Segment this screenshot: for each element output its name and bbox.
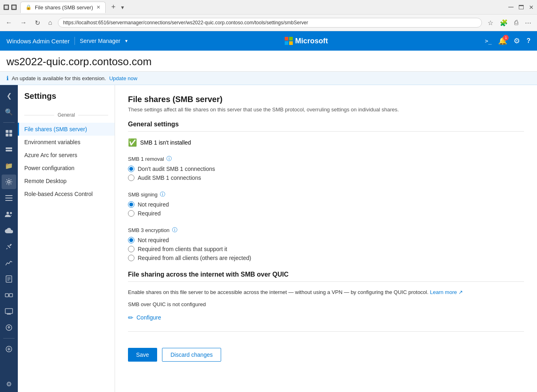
header-divider bbox=[75, 37, 75, 45]
tab-dropdown-button[interactable]: ▾ bbox=[121, 4, 124, 11]
discard-changes-button[interactable]: Discard changes bbox=[162, 348, 221, 362]
home-button[interactable]: ⌂ bbox=[46, 17, 55, 28]
smb1-audit-radio[interactable] bbox=[128, 175, 134, 181]
product-name[interactable]: Windows Admin Center bbox=[6, 38, 70, 45]
svg-rect-1 bbox=[9, 130, 12, 133]
minimize-button[interactable]: ─ bbox=[508, 3, 514, 11]
new-tab-button[interactable]: + bbox=[109, 3, 118, 11]
smb-signing-info-icon[interactable]: ⓘ bbox=[160, 191, 165, 198]
extensions-button[interactable]: 🧩 bbox=[497, 17, 510, 28]
refresh-button[interactable]: ↻ bbox=[32, 17, 43, 28]
update-icon-button[interactable] bbox=[2, 320, 16, 335]
smb1-removal-group: SMB 1 removal ⓘ Don't audit SMB 1 connec… bbox=[128, 155, 524, 181]
more-button[interactable]: ⋯ bbox=[522, 17, 534, 28]
update-now-link[interactable]: Update now bbox=[109, 75, 137, 81]
svg-rect-8 bbox=[5, 198, 13, 198]
cloud-icon-button[interactable] bbox=[2, 223, 16, 238]
signing-not-required-label[interactable]: Not required bbox=[138, 201, 169, 208]
nav-item-env-variables[interactable]: Environment variables bbox=[18, 136, 115, 149]
svg-rect-5 bbox=[6, 150, 12, 151]
extension-icon-button[interactable] bbox=[2, 288, 16, 303]
main-content: File shares (SMB server) These settings … bbox=[115, 85, 537, 392]
smb3-encryption-label: SMB 3 encryption ⓘ bbox=[128, 226, 524, 234]
signing-not-required-radio[interactable] bbox=[128, 201, 134, 208]
users-icon-button[interactable] bbox=[2, 207, 16, 222]
back-button[interactable]: ← bbox=[3, 17, 15, 28]
collapse-sidebar-button[interactable]: ❮ bbox=[2, 88, 16, 103]
browser-navbar: ← → ↻ ⌂ https://localhost:6516/serverman… bbox=[0, 15, 537, 31]
smb1-no-audit-label[interactable]: Don't audit SMB 1 connections bbox=[138, 166, 215, 172]
browser-titlebar: 🔲 🔲 🔒 File shares (SMB server) ✕ + ▾ ─ 🗖… bbox=[0, 0, 537, 15]
sidebar-divider-1 bbox=[3, 122, 15, 123]
close-button[interactable]: ✕ bbox=[529, 4, 534, 11]
help-button[interactable]: ? bbox=[526, 37, 531, 45]
enc-clients-support-radio[interactable] bbox=[128, 246, 134, 252]
list-icon-button[interactable] bbox=[2, 191, 16, 205]
folder-icon-button[interactable]: 📁 bbox=[2, 158, 16, 173]
bottom-settings-button[interactable]: ⚙ bbox=[2, 377, 16, 391]
signing-required-option[interactable]: Required bbox=[128, 210, 524, 217]
settings-header-button[interactable]: ⚙ bbox=[514, 36, 520, 45]
learn-more-link[interactable]: Learn more ↗ bbox=[430, 289, 463, 295]
general-section-label: General bbox=[24, 111, 108, 119]
enc-not-required-option[interactable]: Not required bbox=[128, 237, 524, 243]
terminal-button[interactable]: >_ bbox=[485, 38, 492, 44]
settings-nav-icon-button[interactable] bbox=[2, 175, 16, 189]
quic-section-header: File sharing across the internet with SM… bbox=[128, 271, 524, 282]
svg-rect-4 bbox=[6, 147, 12, 149]
nav-item-file-shares[interactable]: File shares (SMB server) bbox=[18, 123, 115, 136]
storage-icon-button[interactable] bbox=[2, 142, 16, 157]
banner-text: An update is available for this extensio… bbox=[12, 75, 106, 81]
microsoft-squares bbox=[285, 37, 293, 45]
pencil-icon: ✏ bbox=[128, 314, 133, 322]
tab-close-button[interactable]: ✕ bbox=[96, 4, 100, 10]
browser-actions: ☆ 🧩 ⎙ ⋯ bbox=[485, 17, 534, 28]
enc-not-required-label[interactable]: Not required bbox=[138, 237, 169, 243]
configure-button[interactable]: ✏ Configure bbox=[128, 314, 161, 322]
nav-item-azure-arc[interactable]: Azure Arc for servers bbox=[18, 149, 115, 162]
smb1-no-audit-radio[interactable] bbox=[128, 166, 134, 172]
svg-point-10 bbox=[6, 212, 9, 214]
signing-not-required-option[interactable]: Not required bbox=[128, 201, 524, 208]
quic-status-text: SMB over QUIC is not configured bbox=[128, 301, 524, 307]
forward-button[interactable]: → bbox=[18, 17, 29, 28]
enc-all-clients-option[interactable]: Required from all clients (others are re… bbox=[128, 255, 524, 261]
svg-rect-3 bbox=[9, 134, 12, 136]
smb1-removal-info-icon[interactable]: ⓘ bbox=[166, 155, 172, 162]
browser-tab[interactable]: 🔒 File shares (SMB server) ✕ bbox=[20, 2, 106, 13]
address-bar[interactable]: https://localhost:6516/servermanager/con… bbox=[58, 18, 482, 28]
extensions-install-button[interactable] bbox=[2, 342, 16, 356]
enc-clients-support-label[interactable]: Required from clients that support it bbox=[138, 246, 227, 252]
main-layout: ❮ 🔍 📁 bbox=[0, 85, 537, 392]
nav-item-power-config[interactable]: Power configuration bbox=[18, 162, 115, 175]
section-name[interactable]: Server Manager bbox=[80, 38, 120, 44]
maximize-button[interactable]: 🗖 bbox=[518, 4, 524, 11]
quic-description: Enable shares on this file server to be … bbox=[128, 288, 524, 296]
svg-rect-0 bbox=[6, 130, 9, 133]
smb1-no-audit-option[interactable]: Don't audit SMB 1 connections bbox=[128, 166, 524, 172]
enc-all-clients-radio[interactable] bbox=[128, 255, 134, 261]
page-title: ws2022-quic.corp.contoso.com bbox=[6, 55, 531, 68]
signing-required-label[interactable]: Required bbox=[138, 210, 161, 217]
svg-point-6 bbox=[8, 181, 10, 183]
nav-item-role-access[interactable]: Role-based Access Control bbox=[18, 187, 115, 200]
nav-item-remote-desktop[interactable]: Remote Desktop bbox=[18, 175, 115, 187]
overview-icon-button[interactable] bbox=[2, 126, 16, 141]
log-icon-button[interactable] bbox=[2, 272, 16, 286]
save-button[interactable]: Save bbox=[128, 348, 157, 362]
smb1-audit-option[interactable]: Audit SMB 1 connections bbox=[128, 175, 524, 181]
svg-rect-18 bbox=[9, 294, 13, 297]
enc-clients-support-option[interactable]: Required from clients that support it bbox=[128, 246, 524, 252]
tools-icon-button[interactable] bbox=[2, 239, 16, 254]
smb1-audit-label[interactable]: Audit SMB 1 connections bbox=[138, 175, 201, 181]
smb3-encryption-info-icon[interactable]: ⓘ bbox=[172, 226, 177, 234]
share-button[interactable]: ⎙ bbox=[512, 17, 521, 28]
enc-not-required-radio[interactable] bbox=[128, 237, 134, 243]
monitor-icon-button[interactable] bbox=[2, 304, 16, 319]
analytics-icon-button[interactable] bbox=[2, 256, 16, 270]
enc-all-clients-label[interactable]: Required from all clients (others are re… bbox=[138, 255, 251, 261]
search-icon-button[interactable]: 🔍 bbox=[2, 104, 16, 119]
signing-required-radio[interactable] bbox=[128, 210, 134, 217]
bookmark-button[interactable]: ☆ bbox=[485, 17, 496, 28]
notifications-button[interactable]: 🔔 1 bbox=[498, 36, 507, 45]
